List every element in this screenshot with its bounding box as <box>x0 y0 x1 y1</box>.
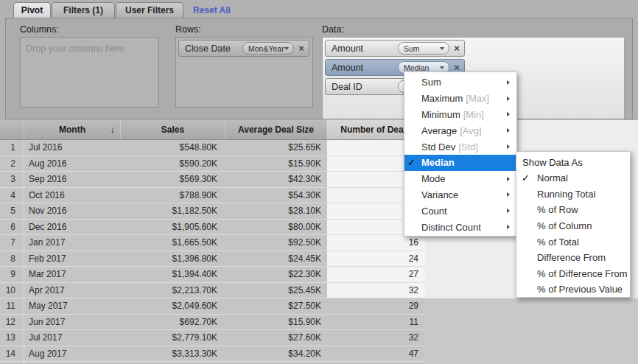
table-body: 1 Jul 2016 $548.80K $25.65K 2 Aug 2016 $… <box>0 140 425 364</box>
sales-cell: $788.90K <box>121 188 225 203</box>
table-row: 6 Dec 2016 $1,905.60K $80.00K <box>0 220 425 236</box>
column-header-average-deal-size[interactable]: Average Deal Size <box>225 120 327 139</box>
checkmark-icon: ✓ <box>407 157 421 168</box>
number-of-deals-cell: 16 <box>327 235 425 251</box>
data-label: Data: <box>322 24 344 35</box>
aggregation-menu-item[interactable]: Sum <box>404 74 516 91</box>
sales-cell: $3,313.30K <box>121 346 225 362</box>
average-deal-size-cell: $54.30K <box>225 188 327 203</box>
number-of-deals-cell: 32 <box>327 330 425 346</box>
show-data-as-option[interactable]: Running Total <box>516 186 630 203</box>
aggregation-menu-item[interactable]: Distinct Count <box>404 219 516 235</box>
sales-cell: $1,396.80K <box>121 251 225 267</box>
chevron-down-icon <box>440 66 444 69</box>
chevron-down-icon <box>440 47 444 50</box>
rows-item-list: Close Date Mon&Year × <box>176 40 312 57</box>
field-item[interactable]: Close Date Mon&Year × <box>178 40 309 57</box>
average-deal-size-cell: $25.65K <box>225 140 327 155</box>
tab-pivot[interactable]: Pivot <box>13 2 51 18</box>
sales-cell: $548.80K <box>121 140 225 155</box>
show-data-as-option[interactable]: % of Row <box>516 202 630 218</box>
aggregation-menu-item[interactable]: Mode <box>404 171 516 187</box>
aggregation-menu-item[interactable]: Maximum [Max] <box>404 91 516 107</box>
table-row: 2 Aug 2016 $590.20K $15.90K <box>0 156 425 172</box>
submenu-arrow-icon <box>507 144 510 149</box>
reset-all-link[interactable]: Reset All <box>193 5 231 15</box>
remove-field-icon[interactable]: × <box>449 43 464 54</box>
columns-placeholder-text: Drop your columns here <box>26 43 124 54</box>
columns-drop-zone[interactable]: Drop your columns here <box>20 37 159 108</box>
chevron-down-icon <box>284 47 289 50</box>
aggregation-dropdown-button[interactable]: Mon&Year <box>242 42 294 55</box>
column-header-month[interactable]: Month ↓ <box>24 120 121 139</box>
submenu-arrow-icon <box>507 225 510 229</box>
tab-user-filters[interactable]: User Filters <box>116 2 183 18</box>
submenu-arrow-icon <box>507 80 510 85</box>
row-number-cell: 11 <box>0 298 24 314</box>
field-name: Amount <box>332 43 363 54</box>
average-deal-size-cell: $42.30K <box>225 172 327 187</box>
aggregation-abbrev: [Avg] <box>460 125 481 136</box>
number-of-deals-cell: 29 <box>327 298 425 314</box>
table-row: 8 Feb 2017 $1,396.80K $24.45K 24 <box>0 251 425 267</box>
show-data-as-option[interactable]: % of Previous Value <box>516 281 630 298</box>
aggregation-menu-item[interactable]: Std Dev [Std] <box>404 139 516 155</box>
field-item[interactable]: Amount Sum × <box>325 40 465 57</box>
rows-label: Rows: <box>175 24 201 35</box>
show-data-as-option[interactable]: Difference From <box>516 250 630 266</box>
aggregation-menu: Sum Maximum [Max] Minimum [Min] Average … <box>404 71 517 237</box>
row-number-cell: 6 <box>0 220 24 235</box>
average-deal-size-cell: $15.90K <box>225 315 327 330</box>
sales-cell: $569.30K <box>121 172 225 187</box>
table-row: 1 Jul 2016 $548.80K $25.65K <box>0 140 425 156</box>
show-data-as-option[interactable]: % of Column <box>516 218 630 234</box>
average-deal-size-cell: $34.20K <box>225 346 327 362</box>
aggregation-menu-item[interactable]: Variance <box>404 187 516 203</box>
table-row: 5 Nov 2016 $1,182.50K $28.10K <box>0 203 425 220</box>
sales-cell: $2,049.60K <box>121 298 225 314</box>
aggregation-dropdown-button[interactable]: Sum <box>398 42 449 55</box>
month-cell: Aug 2016 <box>24 156 121 172</box>
month-cell: Mar 2017 <box>24 267 121 282</box>
table-row: 7 Jan 2017 $1,665.50K $92.50K 16 <box>0 235 425 251</box>
sales-cell: $2,213.70K <box>121 283 225 298</box>
field-name: Close Date <box>185 43 231 54</box>
sales-cell: $692.70K <box>121 315 225 330</box>
row-number-cell: 9 <box>0 267 24 282</box>
aggregation-menu-item[interactable]: Average [Avg] <box>404 122 516 139</box>
average-deal-size-cell: $92.50K <box>225 235 327 251</box>
columns-label: Columns: <box>20 24 59 35</box>
month-cell: Jul 2017 <box>24 330 121 346</box>
show-data-as-option[interactable]: % of Difference From <box>516 266 630 282</box>
remove-field-icon[interactable]: × <box>294 43 309 54</box>
row-number-cell: 2 <box>0 156 24 172</box>
aggregation-menu-item[interactable]: Count <box>404 203 516 219</box>
average-deal-size-cell: $15.90K <box>225 156 327 172</box>
column-header-sales[interactable]: Sales <box>121 120 225 139</box>
show-data-as-option[interactable]: % of Total <box>516 234 630 250</box>
rows-drop-zone[interactable]: Close Date Mon&Year × <box>175 37 313 108</box>
tab-filters[interactable]: Filters (1) <box>52 2 115 18</box>
table-row: 14 Aug 2017 $3,313.30K $34.20K 47 <box>0 346 425 363</box>
row-number-cell: 5 <box>0 203 24 219</box>
row-number-cell: 14 <box>0 346 24 362</box>
row-number-cell: 7 <box>0 235 24 251</box>
month-cell: Apr 2017 <box>24 283 121 298</box>
show-data-as-header: Show Data As <box>516 155 630 170</box>
number-of-deals-cell: 27 <box>327 267 425 282</box>
month-cell: Dec 2016 <box>24 220 121 235</box>
row-number-cell: 3 <box>0 172 24 187</box>
month-cell: Oct 2016 <box>24 188 121 203</box>
sales-cell: $1,665.50K <box>121 235 225 251</box>
table-row: 9 Mar 2017 $1,394.40K $22.30K 27 <box>0 267 425 283</box>
average-deal-size-cell: $80.00K <box>225 220 327 235</box>
aggregation-abbrev: [Max] <box>466 93 489 104</box>
average-deal-size-cell: $27.60K <box>225 330 327 346</box>
aggregation-menu-item[interactable]: Minimum [Min] <box>404 107 516 123</box>
sales-cell: $590.20K <box>121 156 225 172</box>
row-number-cell: 13 <box>0 330 24 346</box>
show-data-as-option[interactable]: ✓ Normal <box>516 170 630 186</box>
aggregation-menu-item[interactable]: ✓ Median <box>404 155 516 171</box>
submenu-arrow-icon <box>507 112 510 116</box>
checkmark-icon: ✓ <box>522 172 537 183</box>
